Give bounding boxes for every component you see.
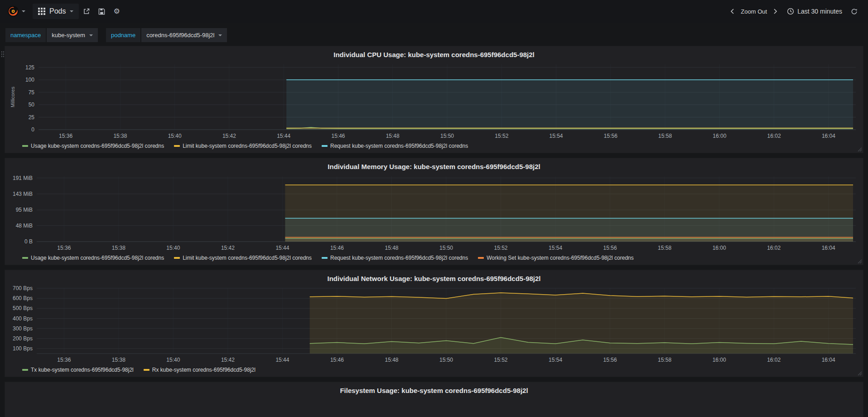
legend-item[interactable]: Working Set kube-system coredns-695f96dc… [478, 255, 634, 261]
legend-item[interactable]: Usage kube-system coredns-695f96dcd5-98j… [22, 255, 164, 261]
svg-text:400 Bps: 400 Bps [13, 315, 33, 322]
legend-series-label: Request kube-system coredns-695f96dcd5-9… [330, 143, 468, 149]
legend-item[interactable]: Tx kube-system coredns-695f96dcd5-98j2l [22, 367, 134, 373]
variable-namespace: namespace kube-system [5, 28, 98, 42]
svg-text:75: 75 [29, 89, 35, 96]
navbar-right: Zoom Out Last 30 minutes [725, 5, 862, 18]
gear-icon: ⚙ [113, 8, 120, 15]
chevron-right-icon [773, 8, 778, 15]
chevron-down-icon [22, 10, 25, 12]
filesystem-usage-chart[interactable] [9, 397, 859, 417]
panel-filesystem-usage: Filesystem Usage: kube-system coredns-69… [5, 382, 863, 417]
dashboard-title: Pods [49, 7, 66, 15]
save-button[interactable] [94, 5, 109, 18]
svg-text:15:40: 15:40 [166, 245, 180, 251]
legend-series-label: Tx kube-system coredns-695f96dcd5-98j2l [31, 367, 134, 373]
network-usage-chart[interactable]: 100 Bps200 Bps300 Bps400 Bps500 Bps600 B… [9, 285, 859, 365]
svg-text:16:00: 16:00 [713, 357, 726, 363]
legend-series-swatch [22, 145, 28, 147]
settings-button[interactable]: ⚙ [109, 5, 124, 18]
chart-svg: 100 Bps200 Bps300 Bps400 Bps500 Bps600 B… [9, 285, 859, 365]
svg-text:15:56: 15:56 [603, 357, 617, 363]
svg-text:15:36: 15:36 [59, 133, 72, 139]
panel-title[interactable]: Individual Network Usage: kube-system co… [9, 273, 859, 285]
svg-text:15:36: 15:36 [57, 357, 71, 363]
clock-icon [787, 8, 794, 15]
legend-series-swatch [22, 369, 28, 371]
svg-text:200 Bps: 200 Bps [13, 335, 33, 342]
legend-item[interactable]: Usage kube-system coredns-695f96dcd5-98j… [22, 143, 164, 149]
panel-title[interactable]: Individual Memory Usage: kube-system cor… [9, 161, 859, 173]
variables-row: namespace kube-system podname coredns-69… [0, 23, 868, 46]
share-icon [83, 8, 90, 15]
svg-text:15:38: 15:38 [113, 133, 127, 139]
legend-item[interactable]: Request kube-system coredns-695f96dcd5-9… [322, 143, 468, 149]
variable-podname-select[interactable]: coredns-695f96dcd5-98j2l [141, 28, 227, 42]
svg-text:0: 0 [31, 126, 34, 133]
legend-item[interactable]: Limit kube-system coredns-695f96dcd5-98j… [174, 143, 312, 149]
svg-text:100 Bps: 100 Bps [13, 345, 33, 352]
svg-text:50: 50 [29, 102, 35, 108]
memory-usage-chart[interactable]: 0 B48 MiB95 MiB143 MiB191 MiB15:3615:381… [9, 173, 859, 253]
svg-text:15:42: 15:42 [222, 133, 236, 139]
time-shift-forward-button[interactable] [769, 5, 782, 17]
legend-series-label: Usage kube-system coredns-695f96dcd5-98j… [31, 255, 164, 261]
svg-text:15:50: 15:50 [439, 357, 453, 363]
legend-item[interactable]: Limit kube-system coredns-695f96dcd5-98j… [174, 255, 312, 261]
svg-text:300 Bps: 300 Bps [13, 325, 33, 332]
grafana-menu[interactable] [6, 4, 30, 19]
series-area [286, 80, 853, 130]
variable-namespace-label: namespace [5, 28, 46, 42]
legend-series-swatch [322, 145, 328, 147]
zoom-out-button[interactable]: Zoom Out [739, 5, 769, 18]
panel-resize-handle[interactable] [858, 147, 862, 152]
legend-series-label: Rx kube-system coredns-695f96dcd5-98j2l [152, 367, 256, 373]
svg-text:15:46: 15:46 [330, 357, 344, 363]
svg-text:16:04: 16:04 [822, 133, 835, 139]
svg-text:15:44: 15:44 [277, 133, 290, 139]
svg-text:15:52: 15:52 [494, 357, 507, 363]
variable-namespace-select[interactable]: kube-system [47, 28, 98, 42]
chart-svg: 025507510012515:3615:3815:4015:4215:4415… [9, 61, 859, 141]
legend-item[interactable]: Rx kube-system coredns-695f96dcd5-98j2l [144, 367, 256, 373]
legend-series-label: Working Set kube-system coredns-695f96dc… [487, 255, 634, 261]
legend-series-label: Limit kube-system coredns-695f96dcd5-98j… [183, 143, 312, 149]
refresh-button[interactable] [847, 5, 862, 18]
svg-text:16:00: 16:00 [713, 133, 726, 139]
panel-network-usage: Individual Network Usage: kube-system co… [5, 270, 863, 377]
legend-series-swatch [174, 145, 180, 147]
chevron-down-icon [89, 34, 93, 36]
svg-text:15:50: 15:50 [440, 133, 454, 139]
time-range-picker[interactable]: Last 30 minutes [782, 5, 847, 18]
dashboard-body: Individual CPU Usage: kube-system coredn… [0, 46, 868, 417]
series-area [285, 237, 853, 242]
dashboard-picker-button[interactable]: Pods [33, 4, 79, 19]
chart-svg: 0 B48 MiB95 MiB143 MiB191 MiB15:3615:381… [9, 173, 859, 253]
chevron-left-icon [729, 8, 735, 15]
row-drag-handle[interactable] [1, 51, 5, 58]
svg-text:15:52: 15:52 [495, 133, 508, 139]
svg-text:15:38: 15:38 [112, 245, 125, 251]
svg-text:16:04: 16:04 [822, 357, 835, 363]
legend-series-swatch [322, 257, 328, 259]
cpu-usage-chart[interactable]: 025507510012515:3615:3815:4015:4215:4415… [9, 61, 859, 141]
panel-title[interactable]: Individual CPU Usage: kube-system coredn… [9, 49, 859, 61]
svg-text:15:58: 15:58 [658, 133, 672, 139]
svg-text:15:44: 15:44 [275, 245, 289, 251]
time-shift-back-button[interactable] [725, 5, 739, 17]
svg-text:15:54: 15:54 [549, 133, 563, 139]
variable-podname-value: coredns-695f96dcd5-98j2l [146, 32, 214, 39]
svg-text:700 Bps: 700 Bps [13, 285, 33, 291]
panel-title[interactable]: Filesystem Usage: kube-system coredns-69… [9, 385, 859, 397]
svg-text:95 MiB: 95 MiB [16, 207, 33, 213]
share-button[interactable] [79, 5, 94, 18]
chevron-down-icon [218, 34, 222, 36]
svg-text:15:56: 15:56 [603, 245, 617, 251]
variable-podname-label: podname [106, 28, 140, 42]
legend-item[interactable]: Request kube-system coredns-695f96dcd5-9… [322, 255, 468, 261]
navbar: Pods ⚙ Zoom Out [0, 0, 868, 23]
panel-resize-handle[interactable] [858, 259, 862, 264]
svg-text:15:52: 15:52 [494, 245, 507, 251]
time-range-label: Last 30 minutes [797, 8, 842, 15]
panel-resize-handle[interactable] [858, 371, 862, 376]
